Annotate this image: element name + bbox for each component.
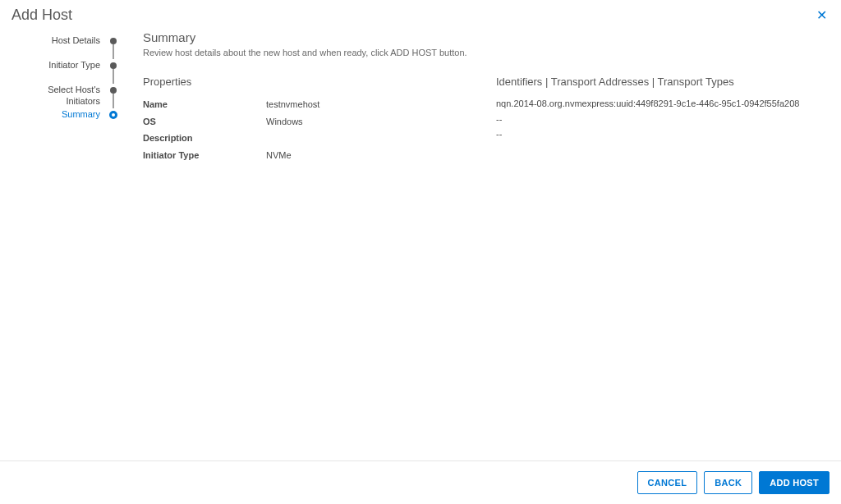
section-hint: Review host details about the new host a… (143, 48, 830, 57)
content-area: Summary Review host details about the ne… (118, 27, 830, 460)
property-row-name: Name testnvmehost (143, 96, 463, 113)
wizard-step-host-details[interactable]: Host Details (11, 35, 118, 60)
property-value: testnvmehost (266, 98, 463, 112)
back-button[interactable]: BACK (704, 471, 752, 494)
property-row-initiator-type: Initiator Type NVMe (143, 147, 463, 164)
step-dot-icon (110, 87, 117, 94)
wizard-step-label: Host Details (52, 35, 108, 47)
property-value: Windows (266, 115, 463, 129)
properties-heading: Properties (143, 76, 463, 88)
page-title: Add Host (11, 7, 72, 24)
property-label: Initiator Type (143, 149, 266, 163)
step-dot-icon (110, 38, 117, 44)
property-row-os: OS Windows (143, 113, 463, 131)
step-dot-icon (109, 111, 117, 119)
property-value (266, 131, 463, 145)
section-heading: Summary (143, 30, 830, 44)
add-host-button[interactable]: ADD HOST (759, 471, 830, 494)
wizard-step-initiator-type[interactable]: Initiator Type (11, 60, 118, 85)
wizard-step-label: Summary (62, 109, 108, 121)
property-value: NVMe (266, 149, 463, 163)
wizard-step-label: Initiator Type (48, 60, 108, 71)
identifiers-heading: Identifiers | Transport Addresses | Tran… (496, 76, 830, 88)
cancel-button[interactable]: CANCEL (637, 471, 698, 494)
wizard-step-summary[interactable]: Summary (11, 109, 118, 134)
close-icon[interactable]: ✕ (813, 7, 830, 24)
property-label: OS (143, 115, 266, 129)
property-row-description: Description (143, 130, 463, 147)
property-label: Description (143, 131, 266, 145)
transport-address-row: -- (496, 112, 830, 127)
wizard-step-label: Select Host's Initiators (26, 85, 108, 108)
wizard-step-select-initiators[interactable]: Select Host's Initiators (11, 85, 118, 109)
property-label: Name (143, 98, 266, 112)
transport-type-row: -- (496, 126, 830, 142)
footer: CANCEL BACK ADD HOST (0, 460, 841, 504)
identifier-row: nqn.2014-08.org.nvmexpress:uuid:449f8291… (496, 96, 830, 112)
wizard-steps: Host Details Initiator Type Select Host'… (11, 27, 118, 460)
step-dot-icon (110, 62, 117, 69)
